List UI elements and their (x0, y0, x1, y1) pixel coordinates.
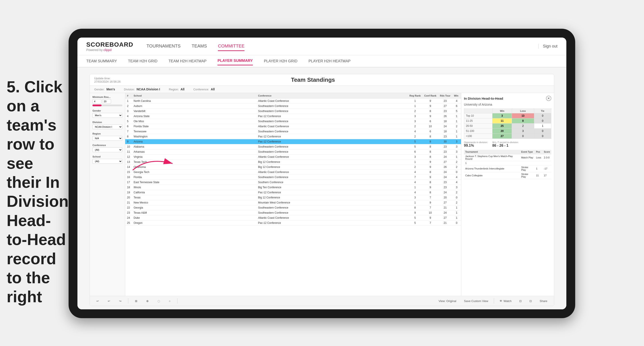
sub-nav-player-h2h-grid[interactable]: PLAYER H2H GRID (264, 57, 298, 65)
cell-rds-tour: 26 (438, 165, 452, 170)
back-button[interactable]: ↩ (106, 299, 112, 304)
undo-button[interactable]: ↩ (94, 299, 101, 304)
tournament-row[interactable]: Jackson T. Stephens Cup Men's Match-Play… (464, 154, 551, 161)
table-row[interactable]: 11 Arkansas Southeastern Conference 6 8 … (125, 149, 461, 155)
cell-reg-rank: 1 (408, 99, 422, 104)
tournament-row[interactable]: Arizona Thunderbirds Intercollegiate Str… (464, 165, 551, 172)
filter-division-label: Division: (124, 88, 135, 91)
view-original-button[interactable]: View: Original (436, 299, 458, 304)
table-row[interactable]: 6 Florida State Atlantic Coast Conferenc… (125, 124, 461, 129)
cell-rank: 6 (125, 124, 132, 129)
logo-brand: clippd (104, 48, 112, 52)
cell-reg-rank: 3 (408, 114, 422, 119)
region-select[interactable]: N/A (92, 136, 122, 141)
tourn-score: -17 (542, 165, 551, 172)
school-select[interactable]: (All) (92, 159, 122, 164)
tournament-row[interactable]: 1 (464, 161, 551, 165)
table-row[interactable]: 16 Florida Southeastern Conference 7 9 2… (125, 175, 461, 180)
h2h-row-top10[interactable]: Top 10 3 13 0 (464, 113, 551, 118)
range-slider[interactable] (92, 105, 122, 106)
grid-button[interactable]: ⊞ (133, 299, 140, 304)
table-row[interactable]: 4 Arizona State Pac-12 Conference 3 9 26… (125, 114, 461, 119)
icon-btn-1[interactable]: ⊡ (517, 299, 524, 304)
h2h-row-1125[interactable]: 11-25 11 8 0 (464, 118, 551, 124)
table-row[interactable]: 7 Tennessee Southeastern Conference 4 6 … (125, 129, 461, 134)
h2h-stat-wlt: W-L-T record in-division: 86 - 26 - 1 (492, 141, 518, 148)
table-row[interactable]: 13 Texas Tech Big 12 Conference 1 9 27 2 (125, 160, 461, 165)
gender-select[interactable]: Men's (92, 113, 122, 118)
table-row[interactable]: 9 Arizona Pac-12 Conference 5 8 30 3 (125, 139, 461, 144)
table-row[interactable]: 17 East Tennessee State Southern Confere… (125, 180, 461, 185)
cell-rds-tour: 23 (438, 144, 452, 149)
redo-button[interactable]: ↪ (117, 299, 124, 304)
conference-select[interactable]: (All) (92, 147, 122, 152)
icon-btn-2[interactable]: ⊡ (527, 299, 534, 304)
division-select[interactable]: NCAA Division I (92, 124, 122, 129)
cell-conference: Southeastern Conference (256, 109, 408, 114)
table-row[interactable]: 19 California Pac-12 Conference 4 8 24 2 (125, 190, 461, 195)
min-rounds-input[interactable] (92, 99, 101, 104)
filter-group-gender: Gender Men's (92, 109, 122, 118)
table-row[interactable]: 12 Virginia Atlantic Coast Conference 3 … (125, 155, 461, 160)
sub-nav-team-summary[interactable]: TEAM SUMMARY (86, 57, 117, 65)
table-row[interactable]: 5 Ole Miss Southeastern Conference 3 6 1… (125, 119, 461, 124)
circle-button[interactable]: ◌ (155, 299, 162, 304)
h2h-loss-gt100: 0 (512, 134, 534, 139)
table-row[interactable]: 22 Georgia Southeastern Conference 8 7 2… (125, 205, 461, 210)
tournament-row[interactable]: Cabo Collegiate Stroke Play 11 17 (464, 172, 551, 179)
sub-nav-team-h2h-grid[interactable]: TEAM H2H GRID (128, 57, 158, 65)
cell-win: 1 (452, 155, 461, 160)
tourn-col-pos: Pos (535, 150, 542, 154)
table-row[interactable]: 15 Georgia Tech Atlantic Coast Conferenc… (125, 170, 461, 175)
cell-school: Arizona (132, 139, 256, 144)
table-row[interactable]: 2 Auburn Southeastern Conference 1 9 27 … (125, 104, 461, 109)
main-content: Update time: 27/03/2024 16:56:26 Team St… (78, 67, 566, 309)
filter-division-value: NCAA Division I (136, 87, 160, 91)
tourn-pos: 1 (535, 165, 542, 172)
sub-nav-player-summary[interactable]: PLAYER SUMMARY (218, 57, 253, 65)
share-button[interactable]: Share (537, 299, 550, 304)
table-row[interactable]: 1 North Carolina Atlantic Coast Conferen… (125, 99, 461, 104)
table-row[interactable]: 20 Texas Big 12 Conference 3 7 20 0 (125, 195, 461, 200)
cell-conference: Big 12 Conference (256, 195, 408, 200)
table-row[interactable]: 14 Oklahoma Big 12 Conference 2 9 26 2 (125, 165, 461, 170)
cell-rds-tour: 21 (438, 205, 452, 210)
cell-rds-tour: 18 (438, 119, 452, 124)
h2h-row-51100[interactable]: 51-100 20 3 0 (464, 129, 551, 134)
h2h-close-button[interactable]: ✕ (546, 96, 551, 101)
h2h-row-2650[interactable]: 26-50 25 2 1 (464, 124, 551, 129)
cell-win: 3 (452, 144, 461, 149)
min-rounds-max-input[interactable] (102, 99, 111, 104)
cell-rds-tour: 24 (438, 210, 452, 215)
sign-out-button[interactable]: Sign out (538, 44, 558, 49)
toolbar-sep-3 (494, 298, 494, 304)
table-row[interactable]: 10 Alabama Southeastern Conference 5 8 2… (125, 144, 461, 149)
cell-conf-rank: 7 (422, 220, 438, 226)
save-custom-button[interactable]: Save Custom View (462, 299, 490, 304)
clock-button[interactable]: ○ (166, 299, 173, 304)
h2h-header: In Division Head-to-Head ✕ (464, 96, 551, 101)
cell-rds-tour: 23 (438, 180, 452, 185)
sub-nav-team-h2h-heatmap[interactable]: TEAM H2H HEATMAP (168, 57, 207, 65)
table-row[interactable]: 3 Vanderbilt Southeastern Conference 2 8… (125, 109, 461, 114)
cell-win: 3 (452, 185, 461, 190)
cell-reg-rank: 4 (408, 129, 422, 134)
sidebar-filters: Minimum Rou... Gender (90, 93, 125, 296)
nav-item-committee[interactable]: COMMITTEE (218, 42, 244, 51)
cell-reg-rank: 2 (408, 165, 422, 170)
table-row[interactable]: 24 Duke Atlantic Coast Conference 5 9 27… (125, 215, 461, 220)
watch-button[interactable]: 👁 Watch (497, 299, 514, 304)
table-row[interactable]: 21 New Mexico Mountain West Conference 1… (125, 200, 461, 205)
nav-item-teams[interactable]: TEAMS (192, 42, 207, 51)
tourn-type: Stroke Play (520, 172, 535, 179)
table-row[interactable]: 18 Illinois Big Ten Conference 1 9 23 3 (125, 185, 461, 190)
h2h-row-gt100[interactable]: >100 27 0 0 (464, 134, 551, 139)
cell-reg-rank: 2 (408, 134, 422, 139)
add-button[interactable]: ⊕ (144, 299, 151, 304)
sub-nav-player-h2h-heatmap[interactable]: PLAYER H2H HEATMAP (308, 57, 350, 65)
nav-item-tournaments[interactable]: TOURNAMENTS (146, 42, 180, 51)
table-row[interactable]: 23 Texas A&M Southeastern Conference 9 1… (125, 210, 461, 215)
table-row[interactable]: 25 Oregon Pac-12 Conference 5 7 21 0 (125, 220, 461, 226)
cell-conf-rank: 9 (422, 215, 438, 220)
table-row[interactable]: 8 Washington Pac-12 Conference 2 8 23 1 (125, 134, 461, 139)
